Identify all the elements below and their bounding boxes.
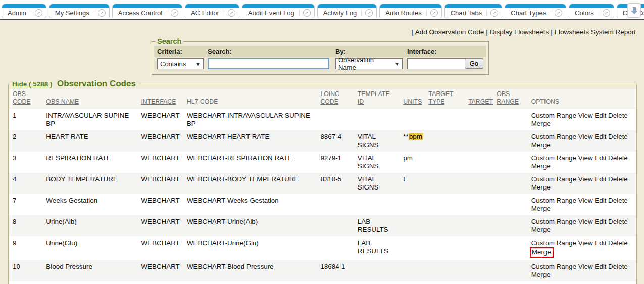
cell-obs-range bbox=[492, 194, 527, 215]
custom-range-link[interactable]: Custom Range bbox=[531, 133, 576, 140]
tab-accent-strip bbox=[505, 4, 566, 8]
custom-range-link[interactable]: Custom Range bbox=[531, 175, 576, 183]
edit-link[interactable]: Edit bbox=[595, 133, 606, 140]
column-header-label[interactable]: LOINC CODE bbox=[320, 90, 339, 105]
delete-link[interactable]: Delete bbox=[608, 197, 628, 204]
column-header-label[interactable]: OBS RANGE bbox=[497, 90, 519, 105]
criteria-select[interactable]: Contains ▼ bbox=[157, 58, 204, 69]
view-link[interactable]: View bbox=[578, 175, 593, 183]
tab-ac-editor[interactable]: AC Editor ↗ bbox=[185, 4, 239, 18]
delete-link[interactable]: Delete bbox=[608, 239, 628, 247]
custom-range-link[interactable]: Custom Range bbox=[531, 263, 576, 270]
column-header-label[interactable]: OBS NAME bbox=[46, 98, 79, 105]
custom-range-link[interactable]: Custom Range bbox=[531, 218, 576, 225]
tab-label: My Settings bbox=[55, 9, 89, 17]
cell-obs-code: 7 bbox=[9, 194, 42, 215]
table-header-row: OBS CODEOBS NAMEINTERFACEHL7 CODELOINC C… bbox=[9, 89, 636, 109]
tab-chart-tabs[interactable]: Chart Tabs ↗ bbox=[444, 4, 503, 18]
go-button[interactable]: Go bbox=[465, 58, 483, 69]
search-input[interactable] bbox=[208, 58, 329, 69]
delete-link[interactable]: Delete bbox=[608, 218, 628, 225]
merge-link[interactable]: Merge bbox=[531, 271, 551, 278]
custom-range-link[interactable]: Custom Range bbox=[531, 154, 576, 162]
view-link[interactable]: View bbox=[578, 133, 593, 140]
column-header-label[interactable]: INTERFACE bbox=[141, 98, 176, 105]
tab-audit-event-log[interactable]: Audit Event Log ↗ bbox=[242, 4, 315, 18]
delete-link[interactable]: Delete bbox=[608, 154, 628, 162]
column-header-label[interactable]: UNITS bbox=[403, 98, 422, 105]
custom-range-link[interactable]: Custom Range bbox=[531, 239, 576, 247]
delete-link[interactable]: Delete bbox=[608, 133, 628, 140]
cell-loinc-code bbox=[316, 194, 353, 215]
edit-link[interactable]: Edit bbox=[595, 239, 606, 247]
popout-icon[interactable]: ↗ bbox=[430, 9, 438, 17]
delete-link[interactable]: Delete bbox=[608, 112, 628, 119]
popout-icon[interactable]: ↗ bbox=[171, 9, 178, 17]
popout-icon[interactable]: ↗ bbox=[303, 9, 311, 17]
column-header-target-type[interactable]: TARGET TYPE bbox=[425, 89, 464, 109]
popout-icon[interactable]: ↗ bbox=[555, 9, 562, 17]
popout-icon[interactable]: ↗ bbox=[490, 9, 498, 17]
tab-activity-log[interactable]: Activity Log ↗ bbox=[317, 4, 377, 18]
tab-admin[interactable]: Admin ↗ bbox=[2, 4, 46, 18]
add-observation-code-link[interactable]: Add Observation Code bbox=[415, 28, 484, 36]
popout-icon[interactable]: ↗ bbox=[228, 9, 235, 17]
column-header-obs-code[interactable]: OBS CODE bbox=[9, 89, 42, 109]
edit-link[interactable]: Edit bbox=[595, 112, 606, 119]
view-link[interactable]: View bbox=[578, 112, 593, 119]
tab-overflow-button[interactable] bbox=[627, 3, 641, 18]
popout-icon[interactable]: ↗ bbox=[35, 9, 42, 17]
column-header-label[interactable]: TARGET TYPE bbox=[429, 90, 454, 105]
edit-link[interactable]: Edit bbox=[595, 197, 606, 204]
tab-colors[interactable]: Colors ↗ bbox=[569, 4, 614, 18]
view-link[interactable]: View bbox=[578, 154, 593, 162]
popout-icon[interactable]: ↗ bbox=[98, 9, 106, 17]
tab-access-control[interactable]: Access Control ↗ bbox=[112, 4, 182, 18]
tab-accent-strip bbox=[318, 4, 376, 8]
flowsheets-system-report-link[interactable]: Flowsheets System Report bbox=[555, 28, 636, 36]
popout-icon[interactable]: ↗ bbox=[603, 9, 610, 17]
merge-link[interactable]: Merge bbox=[531, 162, 551, 170]
edit-link[interactable]: Edit bbox=[595, 175, 606, 183]
column-header-label[interactable]: OBS CODE bbox=[13, 90, 31, 105]
view-link[interactable]: View bbox=[578, 239, 593, 247]
merge-link[interactable]: Merge bbox=[531, 205, 551, 212]
merge-link[interactable]: Merge bbox=[531, 183, 551, 191]
column-header-interface[interactable]: INTERFACE bbox=[137, 89, 183, 109]
tab-accent-strip bbox=[445, 4, 502, 8]
column-header-obs-range[interactable]: OBS RANGE bbox=[492, 89, 527, 109]
display-flowsheets-link[interactable]: Display Flowsheets bbox=[490, 28, 549, 36]
observation-codes-legend: Hide ( 5288 ) Observation Codes bbox=[10, 79, 138, 89]
tab-label: Chart Types bbox=[511, 9, 546, 17]
tab-chart-types[interactable]: Chart Types ↗ bbox=[505, 4, 566, 18]
edit-link[interactable]: Edit bbox=[595, 154, 606, 162]
column-header-target[interactable]: TARGET bbox=[464, 89, 492, 109]
column-header-label[interactable]: TARGET bbox=[468, 98, 493, 105]
column-header-units[interactable]: UNITS bbox=[399, 89, 424, 109]
by-select[interactable]: Observation Name ▼ bbox=[335, 58, 403, 69]
view-link[interactable]: View bbox=[578, 197, 593, 204]
header-links: |Add Observation Code|Display Flowsheets… bbox=[0, 20, 644, 37]
view-link[interactable]: View bbox=[578, 263, 593, 270]
merge-link[interactable]: Merge bbox=[531, 120, 551, 127]
delete-link[interactable]: Delete bbox=[608, 175, 628, 183]
tab-auto-routes[interactable]: Auto Routes ↗ bbox=[379, 4, 442, 18]
hide-link[interactable]: Hide ( 5288 ) bbox=[12, 80, 53, 88]
custom-range-link[interactable]: Custom Range bbox=[531, 197, 576, 204]
cell-obs-range bbox=[492, 215, 527, 236]
edit-link[interactable]: Edit bbox=[595, 218, 606, 225]
interface-select[interactable]: ▼ bbox=[407, 58, 473, 69]
edit-link[interactable]: Edit bbox=[595, 263, 606, 270]
column-header-obs-name[interactable]: OBS NAME bbox=[42, 89, 137, 109]
tab-my-settings[interactable]: My Settings ↗ bbox=[49, 4, 110, 18]
merge-link[interactable]: Merge bbox=[531, 226, 551, 233]
popout-icon[interactable]: ↗ bbox=[365, 9, 373, 17]
column-header-label[interactable]: TEMPLATE ID bbox=[358, 90, 390, 105]
column-header-template-id[interactable]: TEMPLATE ID bbox=[354, 89, 400, 109]
view-link[interactable]: View bbox=[578, 218, 593, 225]
merge-link[interactable]: Merge bbox=[530, 247, 554, 258]
custom-range-link[interactable]: Custom Range bbox=[531, 112, 576, 119]
delete-link[interactable]: Delete bbox=[608, 263, 628, 270]
merge-link[interactable]: Merge bbox=[531, 141, 551, 149]
column-header-loinc-code[interactable]: LOINC CODE bbox=[316, 89, 353, 109]
